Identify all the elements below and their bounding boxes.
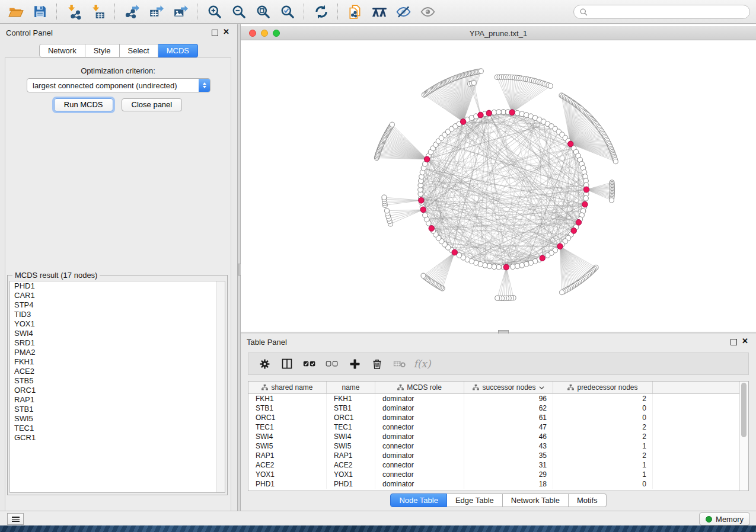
cell-shared-name[interactable]: PHD1 <box>248 479 327 489</box>
cell-successor-nodes[interactable]: 61 <box>464 413 553 422</box>
cell-shared-name[interactable]: RAP1 <box>248 451 327 460</box>
network-node[interactable] <box>510 264 515 270</box>
table-scrollbar[interactable] <box>739 382 748 491</box>
network-node[interactable] <box>384 209 389 213</box>
mcds-node[interactable] <box>557 243 563 249</box>
refresh-button[interactable] <box>309 2 333 22</box>
column-header-MCDS-role[interactable]: MCDS role <box>375 382 464 393</box>
cell-shared-name[interactable]: STB1 <box>248 403 327 413</box>
cell-predecessor-nodes[interactable]: 1 <box>553 441 653 451</box>
tab-mcds[interactable]: MCDS <box>158 44 198 57</box>
network-node[interactable] <box>495 296 500 300</box>
mcds-result-item[interactable]: TEC1 <box>10 424 225 433</box>
mcds-result-item[interactable]: STB1 <box>10 405 225 414</box>
cell-name[interactable]: RAP1 <box>327 451 375 460</box>
mcds-result-item[interactable]: PHD1 <box>10 281 225 291</box>
network-node[interactable] <box>515 110 520 116</box>
table-tab-network-table[interactable]: Network Table <box>503 493 569 507</box>
network-node[interactable] <box>519 262 525 268</box>
tab-network[interactable]: Network <box>39 44 85 57</box>
cell-predecessor-nodes[interactable]: 1 <box>553 460 653 470</box>
mcds-node[interactable] <box>420 207 426 213</box>
zoom-selected-button[interactable] <box>275 2 299 22</box>
tab-select[interactable]: Select <box>120 44 158 57</box>
table-row[interactable]: TEC1TEC1connector472 <box>248 422 748 432</box>
function-builder-button[interactable]: f(x) <box>411 355 433 373</box>
network-node[interactable] <box>487 264 492 269</box>
network-node[interactable] <box>471 81 476 85</box>
mcds-node[interactable] <box>583 187 589 193</box>
mcds-node[interactable] <box>576 219 581 225</box>
cell-MCDS-role[interactable]: dominator <box>375 479 464 489</box>
cell-MCDS-role[interactable]: connector <box>375 422 464 432</box>
export-image-button[interactable] <box>168 2 193 22</box>
mcds-node[interactable] <box>540 255 545 261</box>
network-node[interactable] <box>609 198 614 203</box>
mcds-result-item[interactable]: ACE2 <box>10 367 225 376</box>
save-button[interactable] <box>28 2 52 22</box>
clone-network-button[interactable] <box>343 2 367 22</box>
network-node[interactable] <box>421 273 426 278</box>
table-row[interactable]: RAP1RAP1dominator352 <box>248 451 748 460</box>
create-column-button[interactable] <box>343 355 366 373</box>
column-header-shared-name[interactable]: shared name <box>248 382 327 393</box>
network-node[interactable] <box>548 84 553 88</box>
table-row[interactable]: PHD1PHD1dominator180 <box>248 479 748 489</box>
mcds-result-item[interactable]: SRD1 <box>10 338 225 348</box>
mcds-node[interactable] <box>424 156 429 162</box>
network-node[interactable] <box>545 252 550 258</box>
mcds-node[interactable] <box>571 228 576 234</box>
cell-MCDS-role[interactable]: connector <box>375 441 464 451</box>
network-node[interactable] <box>423 213 428 218</box>
cell-successor-nodes[interactable]: 35 <box>464 451 553 460</box>
network-node[interactable] <box>390 122 394 127</box>
mcds-result-item[interactable]: RAP1 <box>10 395 225 405</box>
table-row[interactable]: SWI4SWI4dominator462 <box>248 432 748 441</box>
cell-successor-nodes[interactable]: 29 <box>464 470 553 479</box>
table-row[interactable]: SWI5SWI5connector431 <box>248 441 748 451</box>
delete-table-button[interactable] <box>388 355 411 373</box>
tab-style[interactable]: Style <box>85 44 120 57</box>
close-panel-button[interactable]: Close panel <box>122 98 183 111</box>
select-all-columns-button[interactable] <box>298 355 321 373</box>
mcds-node[interactable] <box>486 110 492 116</box>
cell-predecessor-nodes[interactable]: 2 <box>553 422 653 432</box>
mcds-node[interactable] <box>478 112 483 118</box>
search-input[interactable] <box>588 6 749 18</box>
mcds-node[interactable] <box>429 226 434 232</box>
mcds-node[interactable] <box>509 110 515 116</box>
import-network-button[interactable] <box>62 2 86 22</box>
export-network-button[interactable] <box>120 2 144 22</box>
network-canvas[interactable] <box>241 40 756 332</box>
mcds-result-item[interactable]: ORC1 <box>10 386 225 395</box>
mcds-result-item[interactable]: STB5 <box>10 376 225 386</box>
network-node[interactable] <box>382 195 387 200</box>
network-node[interactable] <box>492 264 497 270</box>
cell-name[interactable]: STB1 <box>327 403 375 413</box>
cell-MCDS-role[interactable]: dominator <box>375 432 464 441</box>
cell-predecessor-nodes[interactable]: 0 <box>553 413 653 422</box>
cell-shared-name[interactable]: FKH1 <box>248 394 327 403</box>
network-node[interactable] <box>560 290 564 294</box>
float-panel-icon[interactable] <box>731 339 737 345</box>
network-node[interactable] <box>501 110 506 115</box>
network-node[interactable] <box>613 159 618 164</box>
network-node[interactable] <box>496 110 502 115</box>
close-panel-icon[interactable]: ✕ <box>223 27 229 36</box>
mcds-node[interactable] <box>460 119 465 125</box>
cell-predecessor-nodes[interactable]: 2 <box>553 394 653 403</box>
mcds-result-item[interactable]: SWI5 <box>10 414 225 424</box>
cell-predecessor-nodes[interactable]: 1 <box>553 470 653 479</box>
mcds-result-item[interactable]: STP4 <box>10 300 225 310</box>
mcds-result-item[interactable]: FKH1 <box>10 357 225 367</box>
cell-predecessor-nodes[interactable]: 2 <box>553 432 653 441</box>
mcds-result-item[interactable]: YOX1 <box>10 319 225 329</box>
table-row[interactable]: ORC1ORC1dominator610 <box>248 413 748 422</box>
network-node[interactable] <box>496 264 502 270</box>
show-all-button[interactable] <box>416 2 440 22</box>
table-tab-node-table[interactable]: Node Table <box>390 493 447 507</box>
table-tab-edge-table[interactable]: Edge Table <box>447 493 503 507</box>
cell-name[interactable]: YOX1 <box>327 470 375 479</box>
table-row[interactable]: STB1STB1dominator620 <box>248 403 748 413</box>
mcds-result-item[interactable]: GCR1 <box>10 433 225 443</box>
